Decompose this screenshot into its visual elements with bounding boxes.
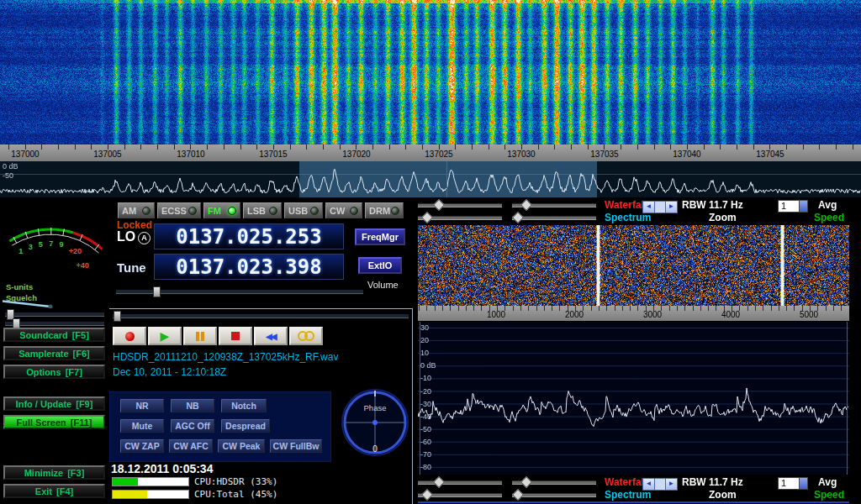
slider-thumb[interactable] [421,212,433,223]
rewind-button[interactable]: ◀◀ [254,327,288,345]
sidebar-button-exit[interactable]: Exit [F4] [3,484,105,498]
main-frequency-scale[interactable]: 137000 137005 137010 137015 137020 13702… [0,144,861,161]
spectrum-label[interactable]: Spectrum [605,489,651,501]
main-waterfall[interactable] [0,0,861,144]
combo-scrollbar[interactable] [799,201,807,212]
mode-label: ECSS [161,206,187,216]
slider-thumb[interactable] [433,199,445,211]
sidebar-button-options[interactable]: Options [F7] [3,365,105,379]
dsp-button-nb[interactable]: NB [171,399,214,412]
dsp-button-mute[interactable]: Mute [120,419,164,433]
smeter-plus40: +40 [77,261,89,270]
level-slider[interactable] [418,203,502,207]
level-slider[interactable] [418,216,502,220]
recorder-controls: ▶ ◀◀ [113,327,323,345]
slider-thumb[interactable] [153,286,161,297]
slider-thumb[interactable] [512,489,524,501]
level-slider[interactable] [512,493,596,497]
spectrum-label[interactable]: Spectrum [605,212,651,223]
lo-frequency-display[interactable]: 0137.025.253 [154,223,344,249]
squelch-slider[interactable] [5,312,104,317]
zoom-right-arrow-icon[interactable]: ► [665,202,677,213]
level-slider[interactable] [512,216,596,220]
zoom-scrollbar[interactable]: ◄► [642,201,678,213]
mode-button-fm[interactable]: FM [203,202,240,218]
divider [418,501,849,503]
slider-thumb[interactable] [520,476,532,488]
mode-button-lsb[interactable]: LSB [243,202,282,218]
dsp-button-cw-afc[interactable]: CW AFC [169,439,213,453]
combo-scrollbar[interactable] [799,478,807,489]
dsp-button-cw-fullbw[interactable]: CW FullBw [270,439,322,453]
rf-waterfall[interactable] [418,225,849,306]
phase-scope[interactable]: Phase 0 [340,385,410,460]
sidebar-button-samplerate[interactable]: Samplerate [F6] [3,346,105,360]
slider-thumb[interactable] [512,212,524,223]
mode-led [188,207,197,215]
dsp-button-despread[interactable]: Despread [221,419,270,433]
dsp-button-cw-zap[interactable]: CW ZAP [120,439,164,453]
rf-spectrum[interactable]: 30 20 10 0 dB -10 -20 -30 -40 -50 -60 -7… [418,322,849,475]
divider [412,308,413,504]
phase-value: 0 [372,444,378,454]
rbw-label: RBW 11.7 Hz [682,476,743,488]
record-icon [125,332,135,341]
smeter-num: 9 [59,240,63,249]
sidebar-button-fullscreen[interactable]: Full Screen [F11] [3,415,105,429]
dsp-button-agc[interactable]: AGC Off [171,419,214,433]
zoom-left-arrow-icon[interactable]: ◄ [643,202,655,213]
zoom-right-arrow-icon[interactable]: ► [665,479,677,490]
loop-button[interactable] [289,327,323,345]
mode-button-am[interactable]: AM [118,202,155,218]
level-slider[interactable] [418,480,502,485]
level-slider[interactable] [512,203,596,207]
sidebar-button-info-update[interactable]: Info / Update [F9] [3,396,105,411]
main-spectrum[interactable]: 0 dB -50 [0,161,861,197]
rf-spectrum-canvas[interactable] [418,322,849,475]
main-spectrum-canvas[interactable] [0,161,861,197]
slider-thumb[interactable] [520,199,532,211]
level-slider[interactable] [512,480,596,485]
button-label: Exit [35,486,52,496]
level-slider[interactable] [418,493,502,497]
zoom-left-arrow-icon[interactable]: ◄ [643,479,655,490]
dsp-button-nr[interactable]: NR [120,399,164,412]
mode-button-usb[interactable]: USB [284,202,323,218]
sidebar-button-minimize[interactable]: Minimize [F3] [3,465,105,480]
dsp-button-notch[interactable]: Notch [221,399,267,412]
extio-button[interactable]: ExtIO [358,257,402,274]
db-label: -60 [420,438,431,446]
dsp-button-cw-peak[interactable]: CW Peak [218,439,265,453]
zoom-scrollbar[interactable]: ◄► [642,478,678,491]
mode-button-drm[interactable]: DRM [365,202,404,218]
pause-button[interactable] [183,327,217,345]
avg-select[interactable]: 1 [778,477,808,490]
mode-label: USB [288,206,308,216]
play-button[interactable]: ▶ [148,327,182,345]
smeter-num: 7 [49,239,53,248]
band-slider[interactable] [113,313,409,318]
avg-select[interactable]: 1 [778,200,808,213]
loop-icon [298,331,314,341]
slider-thumb[interactable] [433,476,445,488]
rf-display-controls-bottom: Waterfall Spectrum ◄► RBW 11.7 Hz Zoom 1… [418,476,861,502]
a-lock-icon[interactable]: A [138,232,151,244]
sidebar-button-soundcard[interactable]: Soundcard [F5] [3,328,105,342]
scale-label: 137025 [418,150,460,159]
waterfall-label[interactable]: Waterfall [605,476,647,488]
slider-thumb[interactable] [114,311,121,322]
waterfall-label[interactable]: Waterfall [605,199,647,211]
rf-frequency-scale[interactable]: 1000 2000 3000 4000 5000 [418,306,849,321]
db-label: -70 [420,450,431,459]
mode-button-cw[interactable]: CW [325,202,362,218]
phase-label: Phase [364,403,387,412]
stop-button[interactable] [219,327,252,345]
threshold-slider[interactable] [5,321,104,326]
record-button[interactable] [113,327,146,345]
button-label: Full Screen [17,417,66,428]
freqmgr-button[interactable]: FreqMgr [355,228,405,245]
mode-button-ecss[interactable]: ECSS [157,202,201,218]
volume-slider[interactable] [116,289,363,294]
slider-thumb[interactable] [421,489,433,501]
tune-frequency-display[interactable]: 0137.023.398 [154,254,344,280]
